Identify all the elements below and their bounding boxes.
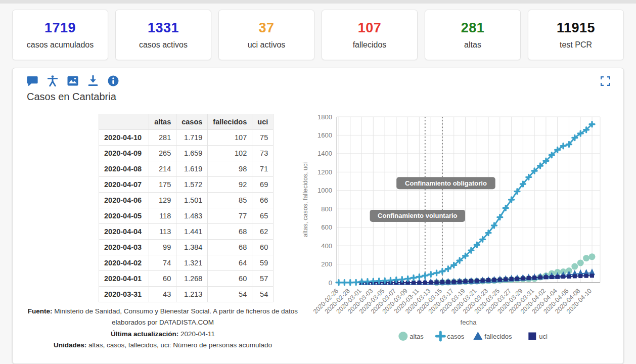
legend-item-uci[interactable]: uci [528,333,548,340]
table-row: 2020-04-092651.65910273 [99,146,274,161]
marker-uci [475,279,479,283]
y-tick-label: 800 [321,205,332,213]
marker-uci [544,275,548,279]
panel-content: altascasosfallecidosuci2020-04-102811.71… [27,114,609,351]
cell-uci: 69 [252,177,274,193]
stat-label: fallecidos [353,40,387,50]
cell-uci: 75 [252,130,274,146]
table-row: 2020-04-071751.5729269 [99,177,274,193]
legend-item-altas[interactable]: altas [398,332,424,341]
cell-date: 2020-04-10 [99,130,149,146]
cell-uci: 65 [252,208,274,224]
marker-uci [532,276,536,280]
main-panel: Casos en Cantabria altascasosfallecidosu… [12,68,624,364]
y-tick-label: 1800 [317,113,332,121]
legend-item-casos[interactable]: casos [436,332,464,340]
cell-uci: 54 [252,287,274,302]
download-icon[interactable] [88,75,98,86]
annotation-text: Confinamiento obligatorio [405,179,487,187]
comment-icon[interactable] [27,76,38,86]
y-tick-label: 400 [321,242,332,250]
chart-canvas[interactable]: 020040060080010001200140016001800Confina… [299,112,609,349]
marker-uci [486,278,490,282]
cell-date: 2020-04-09 [99,146,149,161]
table-row: 2020-04-02741.3216459 [99,255,274,271]
page-title: Casos en Cantabria [27,91,609,103]
info-icon[interactable] [108,75,119,86]
marker-altas [583,255,589,261]
data-table: altascasosfallecidosuci2020-04-102811.71… [99,114,274,302]
legend-label: altas [410,333,424,340]
cell-casos: 1.619 [176,161,208,177]
marker-uci [481,279,485,283]
cell-altas: 214 [149,161,176,177]
table-row: 2020-04-082141.6199871 [99,161,274,177]
cell-altas: 129 [149,193,176,208]
table-row: 2020-04-051181.4837765 [99,208,274,224]
cell-fallecidos: 77 [208,208,252,224]
stat-value: 107 [358,20,382,36]
y-tick-label: 1600 [317,131,332,139]
cell-date: 2020-04-05 [99,208,149,224]
stat-card-casos-activos: 1331casos activos [115,10,211,60]
cell-altas: 74 [149,255,176,271]
legend-glyph-square [528,333,536,340]
marker-uci [573,274,577,278]
cell-casos: 1.501 [176,193,208,208]
source-notes: Fuente: Ministerio de Sanidad, Consumo y… [27,306,299,351]
marker-altas [577,260,584,266]
cell-date: 2020-04-01 [99,271,149,287]
marker-casos [411,276,416,281]
stat-label: altas [464,40,481,50]
cell-uci: 66 [252,193,274,208]
cell-casos: 1.268 [176,271,208,287]
marker-casos [342,280,347,285]
cell-fallecidos: 64 [208,255,252,271]
stat-value: 1719 [44,20,76,36]
stat-label: test PCR [560,40,592,50]
stat-card-altas: 281altas [425,10,521,60]
accessibility-icon[interactable] [48,75,58,86]
fullscreen-icon[interactable] [601,76,610,88]
cell-date: 2020-04-02 [99,255,149,271]
legend-item-fallecidos[interactable]: fallecidos [473,332,512,340]
y-tick-label: 1400 [317,150,332,157]
table-row: 2020-03-31431.2135454 [99,287,274,302]
cell-uci: 73 [252,146,274,161]
marker-uci [578,274,582,278]
cell-casos: 1.321 [176,255,208,271]
stat-value: 1331 [148,20,179,36]
cell-uci: 60 [252,240,274,255]
marker-uci [498,278,502,282]
marker-uci [538,276,542,280]
column-header [99,114,149,130]
stat-value: 281 [461,20,485,36]
x-axis-title: fecha [461,318,477,326]
y-axis-title: altas, casos, fallecidos, uci [302,162,309,237]
cell-fallecidos: 102 [208,146,252,161]
cell-fallecidos: 60 [208,271,252,287]
stat-card-test-PCR: 11915test PCR [528,10,624,60]
stat-value: 37 [258,20,274,36]
image-icon[interactable] [67,76,78,86]
cell-casos: 1.384 [176,240,208,255]
cell-casos: 1.441 [176,224,208,240]
marker-uci [469,279,473,283]
cell-date: 2020-04-04 [99,224,149,240]
table-header-row: altascasosfallecidosuci [99,114,274,130]
marker-uci [492,278,496,282]
column-header: altas [149,114,176,130]
marker-uci [458,280,462,284]
cell-casos: 1.659 [176,146,208,161]
legend-glyph-circle [398,332,407,341]
cell-date: 2020-03-31 [99,287,149,302]
stat-value: 11915 [557,20,595,36]
legend-glyph-plus [436,332,444,340]
legend-label: uci [539,333,548,340]
marker-uci [561,275,565,279]
cell-fallecidos: 85 [208,193,252,208]
marker-uci [567,275,571,279]
cell-altas: 99 [149,240,176,255]
chart-column: 020040060080010001200140016001800Confina… [299,114,609,351]
units-line: Unidades: altas, casos, fallecidos, uci:… [27,340,299,351]
